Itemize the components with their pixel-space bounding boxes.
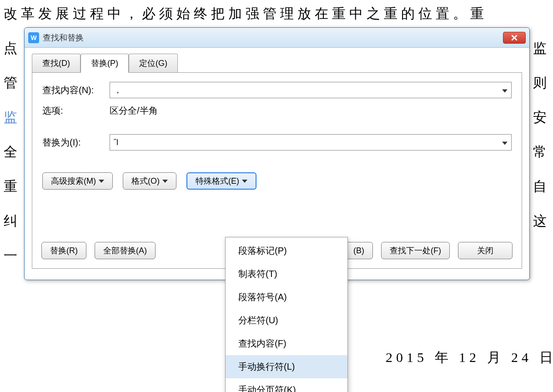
doc-line: 这 — [533, 212, 550, 231]
menu-item-paragraph-mark[interactable]: 段落标记(P) — [226, 239, 347, 262]
btn-label: 查找下一处(F) — [390, 245, 441, 256]
btn-label: 全部替换(A) — [103, 245, 147, 256]
advanced-search-button[interactable]: 高级搜索(M) — [42, 172, 113, 190]
menu-item-find-content[interactable]: 查找内容(F) — [226, 332, 347, 355]
replace-all-button[interactable]: 全部替换(A) — [95, 242, 156, 259]
tab-row: 查找(D) 替换(P) 定位(G) — [25, 48, 529, 72]
dialog-title: 查找和替换 — [43, 32, 84, 43]
find-value: ， — [114, 85, 122, 95]
tab-replace[interactable]: 替换(P) — [80, 54, 129, 73]
btn-label: 替换(R) — [50, 245, 78, 256]
tab-goto[interactable]: 定位(G) — [129, 54, 178, 73]
close-button[interactable] — [503, 32, 526, 44]
replace-button[interactable]: 替换(R) — [41, 242, 86, 259]
doc-line: 重 — [4, 177, 21, 196]
menu-item-manual-page-break[interactable]: 手动分页符(K) — [226, 378, 347, 392]
doc-line: 一 — [4, 246, 21, 265]
doc-line: 管 — [4, 74, 21, 92]
doc-line: 监 — [4, 108, 21, 127]
menu-item-paragraph-symbol[interactable]: 段落符号(A) — [226, 286, 347, 309]
chevron-down-icon — [162, 180, 168, 183]
tab-find[interactable]: 查找(D) — [32, 54, 80, 73]
replace-input[interactable]: ˆl — [110, 134, 512, 151]
doc-date: 2015 年 12 月 24 日 — [386, 348, 553, 367]
chevron-down-icon — [99, 180, 104, 183]
doc-line: 则 — [533, 74, 550, 92]
doc-line: 常 — [533, 143, 550, 161]
doc-line: 纠 — [4, 212, 21, 231]
chevron-down-icon[interactable] — [502, 85, 508, 95]
titlebar[interactable]: W 查找和替换 — [25, 28, 529, 48]
btn-label: (B) — [353, 246, 364, 256]
replace-value: ˆl — [114, 138, 118, 147]
btn-label: 高级搜索(M) — [51, 176, 96, 186]
btn-label: 特殊格式(E) — [196, 176, 239, 186]
close-icon — [511, 35, 518, 41]
find-label: 查找内容(N): — [42, 84, 110, 96]
chevron-down-icon — [242, 180, 247, 183]
special-format-button[interactable]: 特殊格式(E) — [186, 172, 256, 190]
doc-line: 安 — [533, 108, 550, 127]
btn-label: 格式(O) — [131, 176, 160, 186]
doc-line: 全 — [4, 143, 21, 161]
find-next-button[interactable]: 查找下一处(F) — [381, 242, 450, 259]
menu-item-tab[interactable]: 制表符(T) — [226, 262, 347, 286]
doc-line: 监 — [533, 39, 550, 58]
options-value: 区分全/半角 — [110, 105, 158, 117]
close-dialog-button[interactable]: 关闭 — [458, 242, 513, 259]
special-format-menu: 段落标记(P) 制表符(T) 段落符号(A) 分栏符(U) 查找内容(F) 手动… — [225, 237, 348, 392]
find-input[interactable]: ， — [110, 82, 512, 98]
app-icon: W — [28, 32, 39, 43]
replace-label: 替换为(I): — [42, 136, 110, 149]
options-label: 选项: — [42, 105, 110, 117]
doc-line: 点 — [4, 39, 21, 58]
menu-item-manual-line-break[interactable]: 手动换行符(L) — [226, 355, 347, 378]
chevron-down-icon[interactable] — [502, 138, 508, 147]
format-button[interactable]: 格式(O) — [123, 172, 176, 190]
find-prev-button[interactable]: (B) — [345, 242, 373, 259]
doc-line: 改革发展过程中，必须始终把加强管理放在重中之重的位置。重 — [4, 5, 488, 23]
doc-line: 自 — [533, 177, 550, 196]
menu-item-column-break[interactable]: 分栏符(U) — [226, 309, 347, 332]
btn-label: 关闭 — [477, 245, 493, 256]
